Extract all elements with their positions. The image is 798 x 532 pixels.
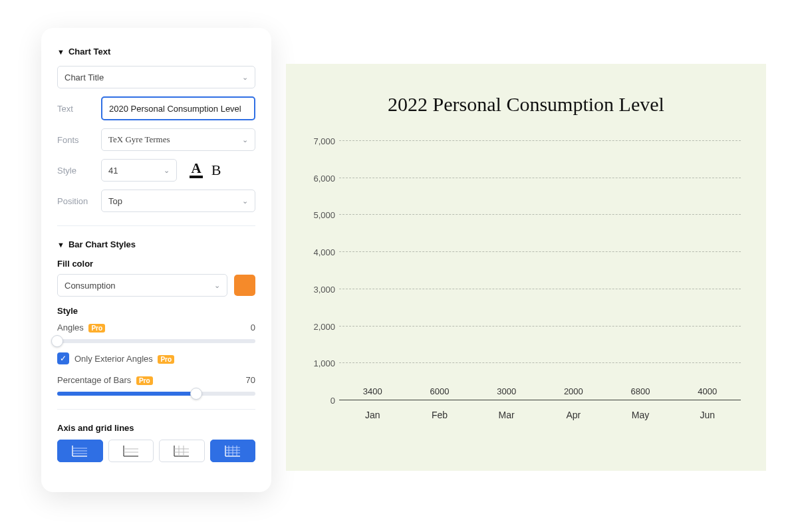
y-tick-label: 6,000 — [305, 173, 335, 183]
x-labels: JanFebMarAprMayJun — [339, 403, 741, 430]
style-sidebar: ▼ Chart Text Chart Title ⌄ Text Fonts Te… — [41, 28, 271, 492]
caret-down-icon: ▼ — [57, 241, 65, 249]
position-label: Position — [57, 196, 101, 206]
divider — [57, 409, 255, 410]
bold-button[interactable]: B — [206, 160, 226, 181]
section-chart-text-label: Chart Text — [68, 47, 110, 57]
grid-line — [339, 140, 741, 141]
y-tick-label: 7,000 — [305, 136, 335, 146]
y-tick-label: 2,000 — [305, 321, 335, 331]
grid-style-horizontal[interactable] — [108, 440, 154, 462]
bar-value-label: 2000 — [564, 386, 583, 396]
x-tick-label: Jun — [674, 403, 741, 430]
section-bar-styles-label: Bar Chart Styles — [68, 239, 136, 249]
chart-title-input[interactable] — [101, 96, 255, 120]
fonts-label: Fonts — [57, 135, 101, 145]
grid-line — [339, 251, 741, 252]
x-tick-label: Jan — [339, 403, 406, 430]
plot-area: 340060003000200068004000 01,0002,0003,00… — [339, 141, 741, 400]
only-exterior-checkbox[interactable]: ✓ — [57, 352, 69, 364]
grid-line — [339, 178, 741, 178]
chevron-down-icon: ⌄ — [164, 166, 170, 175]
section-bar-styles[interactable]: ▼ Bar Chart Styles — [57, 239, 255, 249]
grid-horiz-icon — [122, 444, 140, 458]
x-tick-label: Mar — [473, 403, 540, 430]
font-color-swatch — [190, 176, 203, 178]
y-tick-label: 4,000 — [305, 247, 335, 257]
percent-bars-slider[interactable] — [57, 392, 255, 396]
font-select-value: TeX Gyre Termes — [108, 134, 170, 145]
grid-both-icon — [173, 444, 190, 458]
chevron-down-icon: ⌄ — [242, 136, 248, 144]
axis-grid-label: Axis and grid lines — [57, 423, 255, 433]
caret-down-icon: ▼ — [57, 48, 65, 56]
position-select-value: Top — [108, 196, 122, 206]
fill-color-swatch[interactable] — [234, 275, 255, 296]
style-sub-label: Style — [57, 306, 255, 316]
x-axis-line — [339, 400, 741, 400]
bar-value-label: 6000 — [430, 386, 450, 396]
font-size-value: 41 — [108, 166, 118, 176]
grid-style-both[interactable] — [159, 440, 205, 462]
chart-preview: 2022 Personal Consumption Level 34006000… — [286, 64, 766, 471]
grid-style-dense[interactable] — [210, 440, 256, 462]
chart-title-input-field[interactable] — [109, 104, 247, 114]
grid-line — [339, 214, 741, 215]
angles-value: 0 — [251, 323, 255, 332]
pro-badge: Pro — [158, 355, 174, 364]
chevron-down-icon: ⌄ — [242, 197, 248, 205]
x-tick-label: Apr — [540, 403, 607, 430]
bar-value-label: 3000 — [497, 386, 516, 396]
pro-badge: Pro — [88, 324, 105, 332]
series-select-value: Consumption — [65, 281, 116, 291]
chart-title: 2022 Personal Consumption Level — [305, 93, 747, 116]
y-tick-label: 3,000 — [305, 284, 335, 294]
percent-bars-value: 70 — [246, 375, 255, 385]
y-tick-label: 1,000 — [305, 358, 335, 368]
fill-color-label: Fill color — [57, 259, 255, 269]
grid-dense-icon — [224, 444, 241, 458]
chart-text-target-select[interactable]: Chart Title ⌄ — [57, 66, 255, 88]
font-color-button[interactable]: A — [186, 160, 206, 181]
x-tick-label: Feb — [406, 403, 473, 430]
divider — [57, 225, 255, 226]
grid-line — [339, 362, 741, 363]
style-label: Style — [57, 166, 101, 176]
bold-icon: B — [211, 162, 221, 179]
bar-value-label: 6800 — [631, 386, 650, 396]
chevron-down-icon: ⌄ — [242, 73, 248, 82]
text-label: Text — [57, 104, 101, 114]
chevron-down-icon: ⌄ — [214, 281, 220, 290]
grid-style-axis-only[interactable] — [57, 440, 103, 462]
angles-slider[interactable] — [57, 339, 255, 343]
y-tick-label: 5,000 — [305, 210, 335, 220]
grid-line — [339, 289, 741, 289]
section-chart-text[interactable]: ▼ Chart Text — [57, 47, 255, 57]
slider-thumb[interactable] — [51, 335, 63, 347]
chart-body: 340060003000200068004000 01,0002,0003,00… — [339, 124, 747, 430]
only-exterior-label: Only Exterior Angles Pro — [74, 354, 174, 364]
grid-style-buttons — [57, 440, 255, 462]
check-icon: ✓ — [60, 354, 66, 363]
percent-bars-label: Percentage of Bars Pro — [57, 375, 153, 385]
position-select[interactable]: Top ⌄ — [101, 190, 255, 212]
slider-thumb[interactable] — [190, 388, 202, 400]
y-tick-label: 0 — [305, 396, 335, 406]
pro-badge: Pro — [136, 376, 153, 385]
font-color-icon: A — [191, 162, 201, 174]
chart-text-target-value: Chart Title — [65, 72, 104, 82]
font-select[interactable]: TeX Gyre Termes ⌄ — [101, 128, 255, 151]
series-select[interactable]: Consumption ⌄ — [57, 274, 227, 297]
grid-line — [339, 326, 741, 327]
grid-axis-icon — [71, 444, 88, 458]
angles-label: Angles Pro — [57, 323, 105, 332]
x-tick-label: May — [607, 403, 674, 430]
bar-value-label: 3400 — [363, 386, 382, 396]
bar-value-label: 4000 — [698, 386, 717, 396]
font-size-select[interactable]: 41 ⌄ — [101, 159, 177, 182]
